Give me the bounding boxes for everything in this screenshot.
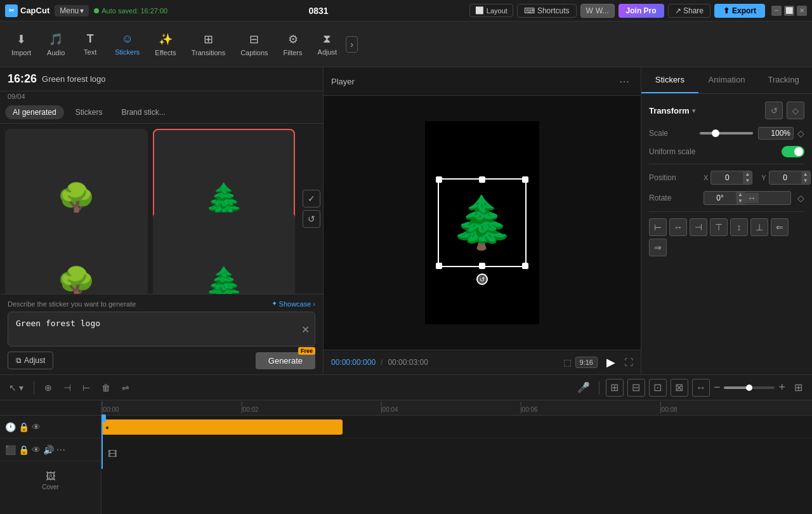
timeline-right-controls: 🎤 ⊞ ⊟ ⊡ ⊠ ↔ − + ⊞ — [575, 379, 807, 397]
tool-adjust[interactable]: ⧗ Adjust — [311, 29, 344, 60]
zoom-in-button[interactable]: + — [778, 381, 785, 394]
handle-tr[interactable] — [522, 176, 528, 183]
share-button[interactable]: ↗ Share — [668, 4, 710, 18]
pos-y-input[interactable] — [769, 171, 801, 184]
video-settings-button[interactable]: ⊡ — [649, 379, 667, 397]
split-tool-button[interactable]: ⊕ — [41, 380, 56, 395]
handle-tc[interactable] — [479, 176, 485, 183]
side-check-button[interactable]: ✓ — [303, 190, 320, 208]
scale-keyframe-button[interactable]: ◇ — [797, 128, 804, 138]
align-top-button[interactable]: ⊤ — [710, 218, 728, 236]
zoom-slider[interactable] — [724, 386, 775, 389]
crop-button[interactable]: ⬚ — [563, 357, 572, 367]
tab-ai-generated[interactable]: AI generated — [5, 105, 64, 119]
transition-button[interactable]: ↔ — [692, 379, 710, 397]
clear-input-button[interactable]: ✕ — [301, 323, 310, 335]
split-clip-button[interactable]: ⊞ — [606, 379, 624, 397]
pos-x-up[interactable]: ▲ — [743, 171, 752, 178]
generate-input[interactable]: Green forest logo — [8, 312, 315, 344]
align-center-h-button[interactable]: ↔ — [669, 218, 687, 236]
player-menu-button[interactable]: ⋯ — [615, 72, 633, 90]
adjust-button[interactable]: ⧉ Adjust — [8, 352, 53, 369]
tool-audio[interactable]: 🎵 Audio — [40, 29, 72, 60]
tool-text[interactable]: T Text — [74, 29, 106, 60]
tool-effects[interactable]: ✨ Effects — [148, 29, 182, 60]
crop-timeline-button[interactable]: ⊠ — [671, 379, 688, 397]
playhead[interactable] — [102, 416, 103, 469]
handle-bc[interactable] — [479, 263, 485, 269]
tab-stickers[interactable]: Stickers — [68, 105, 110, 119]
generate-label: Describe the sticker you want to generat… — [8, 300, 315, 308]
rotate-up[interactable]: ▲ — [736, 192, 745, 198]
scale-input[interactable] — [758, 127, 794, 140]
rotate-input[interactable] — [704, 192, 736, 204]
rotate-flip-button[interactable]: ↔ — [745, 193, 759, 203]
main-toolbar: ⬇ Import 🎵 Audio T Text ☺ Stickers ✨ Eff… — [0, 22, 812, 67]
generate-button[interactable]: Generate — [256, 352, 315, 369]
auto-cut-button[interactable]: ⊟ — [627, 379, 645, 397]
delete-button[interactable]: 🗑 — [98, 380, 114, 395]
export-button[interactable]: ⬆ Export — [714, 4, 765, 18]
fit-button[interactable]: ⊞ — [789, 379, 807, 397]
toolbar-more-button[interactable]: › — [346, 36, 358, 53]
pos-x-down[interactable]: ▼ — [743, 178, 752, 184]
undo-transform-button[interactable]: ↺ — [765, 102, 783, 119]
rotate-handle[interactable]: ↺ — [476, 273, 488, 285]
pos-y-down[interactable]: ▼ — [801, 178, 810, 184]
handle-tl[interactable] — [436, 176, 442, 183]
pos-y-spin: ▲ ▼ — [801, 171, 810, 184]
handle-bl[interactable] — [436, 263, 442, 269]
sticker-clip[interactable]: ● — [102, 419, 343, 435]
trim-right-button[interactable]: ⊢ — [79, 380, 94, 395]
join-pro-button[interactable]: Join Pro — [619, 4, 664, 18]
align-distribute-v-button[interactable]: ⇒ — [649, 239, 667, 256]
rotate-down[interactable]: ▼ — [736, 198, 745, 204]
trim-left-button[interactable]: ⊣ — [60, 380, 75, 395]
selection-box[interactable]: ↺ — [438, 178, 527, 267]
zoom-out-button[interactable]: − — [714, 381, 721, 394]
side-refresh-button[interactable]: ↺ — [303, 210, 320, 228]
layout-button[interactable]: ⬜ Layout — [469, 4, 513, 17]
tool-transitions[interactable]: ⊞ Transitions — [185, 29, 232, 60]
sticker-cell-3[interactable]: 🌳 — [5, 213, 148, 294]
reset-transform-button[interactable]: ◇ — [787, 102, 804, 119]
cover-button[interactable]: 🖼 Cover — [35, 471, 67, 491]
cursor-tool-button[interactable]: ↖ ▾ — [5, 380, 27, 395]
scale-slider[interactable] — [700, 132, 753, 135]
scale-label: Scale — [649, 129, 700, 138]
restore-button[interactable]: ⬜ — [784, 6, 794, 16]
tab-animation[interactable]: Animation — [698, 67, 756, 93]
pos-x-input[interactable] — [711, 171, 743, 184]
tab-brand-stickers[interactable]: Brand stick... — [114, 105, 173, 119]
playhead-handle[interactable] — [102, 414, 106, 422]
play-button[interactable]: ▶ — [606, 355, 615, 369]
rotate-keyframe-button[interactable]: ◇ — [797, 193, 804, 203]
pos-x-input-wrap: ▲ ▼ — [710, 171, 752, 185]
sticker-area: 🌳 🌲 ⊞ ⊡ + 🌳 🌲 — [0, 124, 323, 294]
flip-button[interactable]: ⇌ — [118, 380, 133, 395]
tool-filters[interactable]: ⚙ Filters — [277, 29, 309, 60]
timeline-scroll-area[interactable]: |00:00 |00:02 |00:04 |00:06 |00:08 ● — [102, 400, 812, 514]
align-right-button[interactable]: ⊣ — [690, 218, 707, 236]
menu-button[interactable]: Menu ▾ — [55, 5, 89, 16]
minimize-button[interactable]: ─ — [771, 6, 782, 16]
tool-stickers[interactable]: ☺ Stickers — [108, 29, 146, 60]
close-button[interactable]: ✕ — [797, 6, 807, 16]
tab-tracking[interactable]: Tracking — [755, 67, 812, 93]
tool-import[interactable]: ⬇ Import — [5, 29, 37, 60]
handle-br[interactable] — [522, 263, 528, 269]
align-bottom-button[interactable]: ⊥ — [750, 218, 768, 236]
uniform-scale-toggle[interactable] — [782, 146, 804, 157]
tab-stickers-right[interactable]: Stickers — [641, 67, 698, 93]
tool-captions[interactable]: ⊟ Captions — [234, 29, 274, 60]
align-distribute-h-button[interactable]: ⇐ — [771, 218, 789, 236]
fullscreen-button[interactable]: ⛶ — [624, 357, 633, 367]
shortcuts-button[interactable]: ⌨ Shortcuts — [517, 4, 577, 18]
pos-y-up[interactable]: ▲ — [801, 171, 810, 178]
showcase-link[interactable]: ✦ Showcase › — [272, 300, 315, 308]
scale-slider-thumb[interactable] — [712, 129, 719, 137]
align-left-button[interactable]: ⊢ — [649, 218, 667, 236]
sticker-cell-4[interactable]: 🌲 — [153, 213, 296, 294]
mic-button[interactable]: 🎤 — [575, 379, 593, 397]
align-center-v-button[interactable]: ↕ — [730, 218, 748, 236]
